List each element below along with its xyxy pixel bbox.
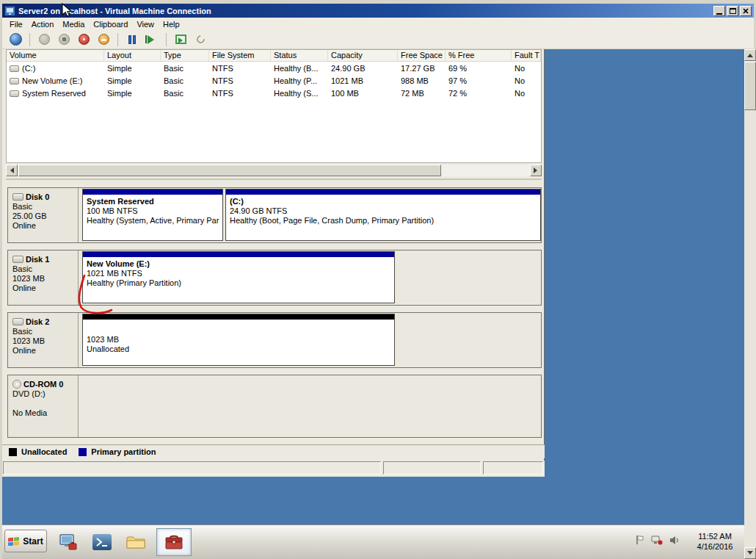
volume-icon xyxy=(10,90,19,97)
up-arrow-icon xyxy=(747,51,753,57)
column-file-system[interactable]: File System xyxy=(209,50,271,61)
powershell-button[interactable] xyxy=(87,528,117,556)
disk-row-2: Disk 2 Basic 1023 MB Online 1023 MB Unal… xyxy=(7,312,542,368)
partition-title: System Reserved xyxy=(87,197,222,206)
disk2-info-panel[interactable]: Disk 2 Basic 1023 MB Online xyxy=(8,313,79,367)
disk-management-console: Volume Layout Type File System Status Ca… xyxy=(2,49,545,477)
volume-row-e[interactable]: New Volume (E:) Simple Basic NTFS Health… xyxy=(7,74,541,87)
partition-legend: Unallocated Primary partition xyxy=(2,444,545,458)
disk-status: Online xyxy=(12,346,78,356)
server-manager-icon xyxy=(58,533,79,552)
ctrl-alt-del-icon xyxy=(10,33,22,46)
close-button[interactable] xyxy=(740,6,752,16)
vm-vertical-scrollbar[interactable] xyxy=(744,49,756,559)
scroll-down-button[interactable] xyxy=(744,547,756,559)
save-state-button[interactable] xyxy=(95,32,112,48)
title-bar[interactable]: Server2 on localhost - Virtual Machine C… xyxy=(2,4,754,18)
disk-management-toolbox-button[interactable] xyxy=(156,528,192,556)
partition-status: Healthy (Primary Partition) xyxy=(87,278,394,288)
menu-bar: File Action Media Clipboard View Help xyxy=(2,18,754,30)
toolbar xyxy=(2,30,754,49)
disk-kind: Basic xyxy=(12,327,78,336)
window-controls xyxy=(713,6,752,16)
action-center-flag-icon[interactable] xyxy=(636,535,644,545)
menu-view[interactable]: View xyxy=(132,19,159,29)
column-pct-free[interactable]: % Free xyxy=(446,50,512,61)
disk1-info-panel[interactable]: Disk 1 Basic 1023 MB Online xyxy=(8,250,79,305)
hyperv-app-icon xyxy=(4,6,15,16)
pause-button[interactable] xyxy=(124,32,140,48)
volume-row-c[interactable]: (C:) Simple Basic NTFS Healthy (B... 24.… xyxy=(7,62,541,74)
primary-partition-swatch xyxy=(79,448,87,456)
column-volume[interactable]: Volume xyxy=(7,50,104,61)
server-manager-button[interactable] xyxy=(54,528,83,556)
menu-clipboard[interactable]: Clipboard xyxy=(89,19,132,29)
reset-button[interactable] xyxy=(144,32,160,48)
taskbar-clock[interactable]: 11:52 AM 4/16/2016 xyxy=(690,531,740,552)
status-pane xyxy=(3,461,381,475)
volume-icon[interactable] xyxy=(669,535,680,545)
volume-row-system-reserved[interactable]: System Reserved Simple Basic NTFS Health… xyxy=(7,87,541,99)
start-button[interactable]: Start xyxy=(4,530,47,552)
volume-list-hscrollbar[interactable] xyxy=(6,165,542,176)
menu-action[interactable]: Action xyxy=(27,19,59,29)
snapshot-button[interactable] xyxy=(172,32,189,48)
reset-icon xyxy=(145,35,159,44)
network-icon[interactable] xyxy=(651,535,663,545)
scroll-left-button[interactable] xyxy=(6,165,18,176)
column-free-space[interactable]: Free Space xyxy=(398,50,446,61)
ctrl-alt-del-button[interactable] xyxy=(7,32,23,48)
partition-size: 1021 MB NTFS xyxy=(87,269,394,278)
toolbox-icon xyxy=(164,533,184,551)
partition-new-volume-e[interactable]: New Volume (E:) 1021 MB NTFS Healthy (Pr… xyxy=(82,251,395,303)
disk-kind: Basic xyxy=(12,202,78,212)
column-layout[interactable]: Layout xyxy=(104,50,161,61)
partition-c[interactable]: (C:) 24.90 GB NTFS Healthy (Boot, Page F… xyxy=(225,189,541,241)
menu-media[interactable]: Media xyxy=(58,19,89,29)
start-label: Start xyxy=(23,536,43,547)
scroll-right-button[interactable] xyxy=(530,165,542,176)
column-fault-tolerance[interactable]: Fault T xyxy=(512,50,541,61)
status-pane xyxy=(483,461,543,475)
partition-size: 24.90 GB NTFS xyxy=(230,206,540,216)
maximize-button[interactable] xyxy=(727,6,738,16)
disk0-info-panel[interactable]: Disk 0 Basic 25.00 GB Online xyxy=(8,188,79,242)
vscroll-thumb[interactable] xyxy=(744,62,756,110)
disk-name: Disk 2 xyxy=(26,317,49,326)
revert-button[interactable] xyxy=(192,32,208,48)
start-vm-icon xyxy=(39,34,50,45)
disk-name: Disk 1 xyxy=(26,255,49,264)
disk-status: Online xyxy=(12,221,78,231)
status-pane xyxy=(383,461,481,475)
shut-down-button[interactable] xyxy=(76,32,92,48)
column-capacity[interactable]: Capacity xyxy=(328,50,398,61)
legend-unallocated: Unallocated xyxy=(9,447,67,456)
unallocated-space[interactable]: 1023 MB Unallocated xyxy=(82,314,395,366)
partition-size: 100 MB NTFS xyxy=(87,206,222,216)
partition-system-reserved[interactable]: System Reserved 100 MB NTFS Healthy (Sys… xyxy=(82,189,223,241)
column-status[interactable]: Status xyxy=(271,50,328,61)
start-vm-button[interactable] xyxy=(36,32,52,48)
left-arrow-icon xyxy=(7,167,14,173)
clock-date: 4/16/2016 xyxy=(690,541,740,552)
hscroll-thumb[interactable] xyxy=(18,165,441,176)
disk-status: No Media xyxy=(12,408,78,418)
cdrom-info-panel[interactable]: CD-ROM 0 DVD (D:) No Media xyxy=(8,375,79,437)
save-state-icon xyxy=(98,34,109,45)
disk-size: 1023 MB xyxy=(12,336,78,346)
turn-off-button[interactable] xyxy=(56,32,72,48)
windows-flag-icon xyxy=(8,536,20,546)
disk-size: 25.00 GB xyxy=(12,212,78,221)
column-type[interactable]: Type xyxy=(161,50,209,61)
windows-explorer-button[interactable] xyxy=(121,528,150,556)
partition-title: (C:) xyxy=(230,197,540,206)
menu-file[interactable]: File xyxy=(5,19,27,29)
cdrom-media xyxy=(79,375,541,437)
right-arrow-icon xyxy=(534,167,540,173)
pause-icon xyxy=(128,35,136,44)
scroll-up-button[interactable] xyxy=(744,49,756,61)
pane-splitter[interactable] xyxy=(6,178,542,180)
volume-list: Volume Layout Type File System Status Ca… xyxy=(6,49,542,163)
menu-help[interactable]: Help xyxy=(159,19,184,29)
minimize-button[interactable] xyxy=(713,6,725,16)
